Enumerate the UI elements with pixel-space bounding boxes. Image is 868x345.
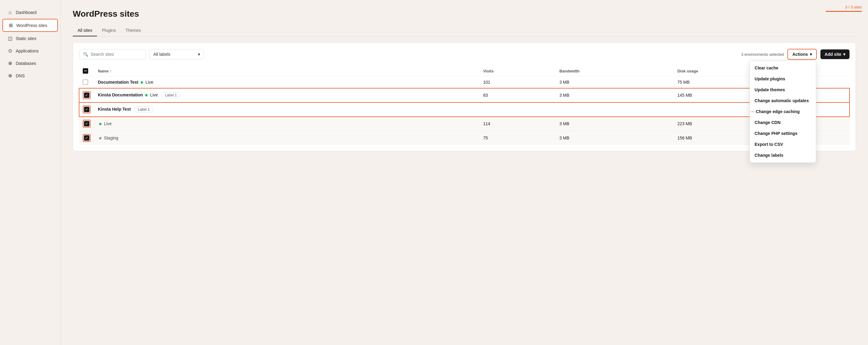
row-checkbox-cell[interactable]: ✓ [79,102,94,117]
site-status: Live [150,92,158,97]
sites-table: − Name ↑ Visits Bandwidth Disk usage [79,66,849,145]
sidebar-item-label: WordPress sites [17,23,47,28]
staging-status-dot [99,137,101,139]
sidebar-item-label: Static sites [16,36,36,41]
sidebar-item-label: Dashboard [16,10,37,15]
child-site-name: Staging [104,135,118,140]
row-bandwidth-cell [556,102,674,117]
sites-count: 3 / 3 sites [845,5,862,9]
dropdown-change-cdn[interactable]: Change CDN [750,117,816,128]
toolbar: 🔍 All labels ▾ 3 environments selected A… [79,49,849,60]
sidebar-item-static-sites[interactable]: ◫ Static sites [2,32,58,44]
orange-checkbox-wrap: ✓ [83,134,91,142]
tabs-container: All sites Plugins Themes [73,25,856,36]
dashboard-icon: ⌂ [7,10,13,15]
row-name-cell: Kinsta Help Test Label 1 [94,102,479,117]
dns-icon: ⊕ [7,73,13,79]
row-bandwidth-cell: 3 MB [556,117,674,131]
sidebar-item-dashboard[interactable]: ⌂ Dashboard [2,7,58,18]
chevron-down-icon: ▾ [198,52,200,57]
label-badge: Label 1 [161,92,180,98]
sidebar-item-label: Databases [16,61,36,66]
col-name: Name ↑ [94,66,479,76]
page-title: WordPress sites [73,9,856,19]
row-child-name-cell: Staging [94,131,479,145]
sites-count-bar [826,11,862,12]
dropdown-change-php[interactable]: Change PHP settings [750,128,816,139]
live-status-dot [99,123,101,125]
row-checkbox[interactable]: ✓ [84,107,89,112]
arrow-icon: → [751,109,755,114]
col-bandwidth: Bandwidth [556,66,674,76]
sidebar-item-applications[interactable]: ⊙ Applications [2,45,58,57]
row-checkbox-cell[interactable]: ✓ [79,117,94,131]
sidebar-item-dns[interactable]: ⊕ DNS [2,70,58,82]
row-name-cell: Documentation Test Live [94,76,479,88]
main-content: WordPress sites 3 / 3 sites All sites Pl… [61,0,868,345]
actions-label: Actions [792,52,808,57]
dropdown-clear-cache[interactable]: Clear cache [750,62,816,73]
sites-table-container: 🔍 All labels ▾ 3 environments selected A… [73,42,856,151]
orange-checkbox-wrap: ✓ [83,120,91,128]
row-bandwidth-cell: 3 MB [556,88,674,102]
label-badge: Label 1 [134,106,153,113]
site-name: Documentation Test [98,80,138,85]
dropdown-change-labels[interactable]: Change labels [750,150,816,161]
search-box[interactable]: 🔍 [79,49,146,59]
add-site-button[interactable]: Add site ▾ [820,50,849,59]
row-visits-cell: 75 [479,131,556,145]
actions-button[interactable]: Actions ▾ Clear cache Update plugins Upd… [787,49,816,60]
row-visits-cell: 101 [479,76,556,88]
search-input[interactable] [91,52,142,57]
child-site-name: Live [104,121,112,126]
dropdown-update-plugins[interactable]: Update plugins [750,73,816,84]
search-icon: 🔍 [83,52,88,57]
sidebar-item-label: Applications [16,49,39,53]
row-checkbox-cell[interactable]: ✓ [79,131,94,145]
site-status: Live [146,80,153,85]
static-sites-icon: ◫ [7,35,13,41]
chevron-down-icon: ▾ [810,52,812,57]
applications-icon: ⊙ [7,48,13,54]
row-name-cell: Kinsta Documentation Live Label 1 [94,88,479,102]
label-filter-text: All labels [153,52,170,57]
sidebar-item-wordpress-sites[interactable]: ⊞ WordPress sites [2,19,58,32]
sidebar-item-label: DNS [16,73,25,78]
row-bandwidth-cell: 3 MB [556,76,674,88]
dropdown-change-auto-updates[interactable]: Change automatic updates [750,95,816,106]
row-checkbox[interactable] [83,80,88,85]
row-checkbox-cell[interactable]: ✓ [79,88,94,102]
tab-all-sites[interactable]: All sites [73,25,97,36]
row-checkbox-child[interactable]: ✓ [84,135,89,141]
dropdown-export-csv[interactable]: Export to CSV [750,139,816,150]
table-row-child: ✓ Staging 75 3 MB 156 MB 8 [79,131,849,145]
label-filter-select[interactable]: All labels ▾ [149,49,204,59]
selected-environments-info: 3 environments selected [741,52,784,57]
tab-plugins[interactable]: Plugins [97,25,121,36]
live-status-dot [145,94,148,96]
table-row: ✓ Kinsta Documentation Live Label 1 83 3… [79,88,849,102]
add-site-label: Add site [825,52,841,57]
orange-checkbox-wrap: ✓ [83,105,91,114]
sidebar: ⌂ Dashboard ⊞ WordPress sites ◫ Static s… [0,0,61,345]
sidebar-item-databases[interactable]: ⊗ Databases [2,57,58,69]
col-visits: Visits [479,66,556,76]
row-checkbox[interactable]: ✓ [84,92,89,98]
row-checkbox-child[interactable]: ✓ [84,121,89,126]
row-visits-cell [479,102,556,117]
row-checkbox-cell[interactable] [79,76,94,88]
databases-icon: ⊗ [7,60,13,66]
table-row-child: ✓ Live 114 3 MB 223 MB 8 [79,117,849,131]
row-child-name-cell: Live [94,117,479,131]
row-visits-cell: 114 [479,117,556,131]
orange-checkbox-wrap: ✓ [83,91,91,99]
select-all-header[interactable]: − [79,66,94,76]
select-all-checkbox[interactable]: − [83,68,88,74]
tab-themes[interactable]: Themes [121,25,146,36]
row-bandwidth-cell: 3 MB [556,131,674,145]
site-name: Kinsta Documentation [98,92,143,97]
live-status-dot [141,81,143,84]
dropdown-update-themes[interactable]: Update themes [750,84,816,95]
dropdown-change-edge-caching[interactable]: → Change edge caching [750,106,816,117]
row-visits-cell: 83 [479,88,556,102]
